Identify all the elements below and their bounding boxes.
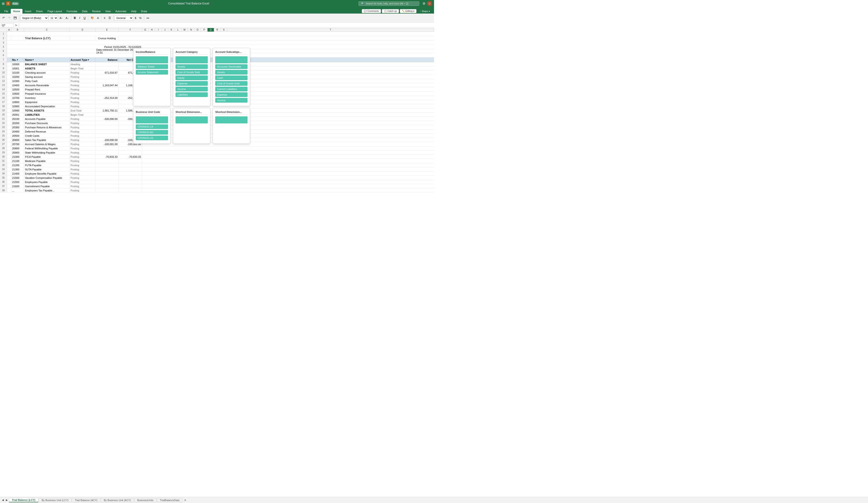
cell-a-23[interactable] xyxy=(7,125,11,129)
cell-b-20[interactable]: 20001 xyxy=(11,113,24,117)
cell-a-13[interactable] xyxy=(7,83,11,87)
cell-a-25[interactable] xyxy=(7,134,11,138)
cell-b-24[interactable]: 20400 xyxy=(11,130,24,133)
cell-d-10[interactable]: Posting xyxy=(70,71,95,74)
cell-f-31[interactable] xyxy=(119,159,142,163)
cell-e-15[interactable] xyxy=(95,92,119,95)
cogs-chip[interactable]: Cost of Goods Sold xyxy=(176,70,208,74)
col-header-p[interactable]: P xyxy=(201,28,208,32)
income-chip[interactable]: Income xyxy=(176,87,208,91)
cell-b-34[interactable]: 21400 xyxy=(11,172,24,176)
cell-b-17[interactable]: 10800 xyxy=(11,100,24,104)
bold-button[interactable]: B xyxy=(72,16,78,20)
cell-b-31[interactable]: 21100 xyxy=(11,159,24,163)
cell-e-24[interactable] xyxy=(95,130,119,133)
cell-e-21[interactable]: -330,000.00 xyxy=(95,117,119,121)
cell-f-30[interactable]: -70,833.33 xyxy=(119,155,142,159)
cell-a-21[interactable] xyxy=(7,117,11,121)
cell-c-22[interactable]: Purchase Discounts xyxy=(24,121,70,125)
cell-rest-29[interactable] xyxy=(142,151,434,154)
cell-e-34[interactable] xyxy=(95,172,119,176)
income-statement-chip[interactable]: Income Statement xyxy=(136,70,168,74)
cash-chip[interactable]: Cash xyxy=(215,75,248,80)
col-header-h[interactable]: H xyxy=(149,28,155,32)
cell-e-32[interactable] xyxy=(95,163,119,167)
cell-a-29[interactable] xyxy=(7,151,11,154)
cell-b-15[interactable]: 10600 xyxy=(11,92,24,95)
col-header-i[interactable]: I xyxy=(155,28,162,32)
cell-b-28[interactable]: 20800 xyxy=(11,146,24,150)
cell-rest-37[interactable] xyxy=(142,184,434,188)
font-shrink-button[interactable]: A↓ xyxy=(64,16,70,20)
sub-income-chip[interactable]: Income xyxy=(215,98,248,103)
cell-a5[interactable] xyxy=(7,49,11,53)
cronus-us-chip[interactable]: CRONUS-US xyxy=(136,135,168,140)
cell-d-32[interactable]: Posting xyxy=(70,163,95,167)
tab-share[interactable]: Share xyxy=(34,9,45,13)
cell-d-19[interactable]: End-Total xyxy=(70,109,95,112)
tab-insert[interactable]: Insert xyxy=(22,9,34,13)
col-header-a[interactable]: A xyxy=(7,28,11,32)
cell-b-26[interactable]: 20600 xyxy=(11,138,24,142)
cell-d-15[interactable]: Posting xyxy=(70,92,95,95)
font-color-button[interactable]: A xyxy=(96,16,100,20)
sub-assets-chip[interactable]: Assets xyxy=(215,70,248,74)
cell-rest-34[interactable] xyxy=(142,172,434,176)
cell-d-25[interactable]: Posting xyxy=(70,134,95,138)
cell-b-11[interactable]: 10200 xyxy=(11,75,24,79)
cell-b-36[interactable]: 21550 xyxy=(11,180,24,184)
cell-b-32[interactable]: 21200 xyxy=(11,163,24,167)
function-icon[interactable]: fx xyxy=(15,24,18,27)
font-family-selector[interactable]: Segoe UI (Body) xyxy=(20,16,48,21)
cell-e-20[interactable] xyxy=(95,113,119,117)
undo-button[interactable]: ↶ xyxy=(1,16,6,20)
cell-e-10[interactable]: 671,016.67 xyxy=(95,71,119,74)
sub-cogs-chip[interactable]: Cost of Goods Sold xyxy=(215,81,248,86)
autosave-toggle[interactable]: Auto xyxy=(12,2,19,5)
cell-c-24[interactable]: Deferred Revenue xyxy=(24,130,70,133)
cell-e-27[interactable]: -100,001.00 xyxy=(95,142,119,146)
col-header-q[interactable]: Q xyxy=(208,28,214,32)
assets-chip[interactable]: Assets xyxy=(176,64,208,69)
col-header-o[interactable]: O xyxy=(195,28,201,32)
cell-b-13[interactable]: 10400 xyxy=(11,83,24,87)
cell-e-9[interactable] xyxy=(95,66,119,70)
cell-c-25[interactable]: Credit Cards xyxy=(24,134,70,138)
col-header-r[interactable]: R xyxy=(214,28,221,32)
cell-e7[interactable]: Balance xyxy=(95,58,119,62)
current-liabilities-chip[interactable]: Current Liabilities xyxy=(215,87,248,91)
cell-c-26[interactable]: Sales Tax Payable xyxy=(24,138,70,142)
cell-c-30[interactable]: FICA Payable xyxy=(24,155,70,159)
cell-d-14[interactable]: Posting xyxy=(70,88,95,91)
cell-b-25[interactable]: 20500 xyxy=(11,134,24,138)
cell-a-33[interactable] xyxy=(7,167,11,171)
cell-d-26[interactable]: Posting xyxy=(70,138,95,142)
cell-b-27[interactable]: 20700 xyxy=(11,142,24,146)
cell-a-10[interactable] xyxy=(7,71,11,74)
cell-c-19[interactable]: TOTAL ASSETS xyxy=(24,109,70,112)
col-header-l[interactable]: L xyxy=(175,28,182,32)
cell-a-18[interactable] xyxy=(7,104,11,108)
cell-c-10[interactable]: Checking account xyxy=(24,71,70,74)
cell-d-9[interactable]: Begin-Total xyxy=(70,66,95,70)
tab-help[interactable]: Help xyxy=(129,9,139,13)
cell-d-13[interactable]: Posting xyxy=(70,83,95,87)
cell-b-22[interactable]: 20200 xyxy=(11,121,24,125)
cronus-mx-chip[interactable]: CRONUS-MX xyxy=(136,130,168,135)
tab-review[interactable]: Review xyxy=(90,9,103,13)
cell-b7[interactable]: No. ▾ xyxy=(11,58,24,62)
cell-a-37[interactable] xyxy=(7,184,11,188)
cell-a-24[interactable] xyxy=(7,130,11,133)
cell-c-13[interactable]: Accounts Receivable xyxy=(24,83,70,87)
col-header-j[interactable]: J xyxy=(162,28,168,32)
cell-a-28[interactable] xyxy=(7,146,11,150)
cell-c-9[interactable]: ASSETS xyxy=(24,66,70,70)
cell-a-30[interactable] xyxy=(7,155,11,159)
cell-d-35[interactable]: Posting xyxy=(70,176,95,180)
currency-button[interactable]: $ xyxy=(133,16,138,20)
cell-f-37[interactable] xyxy=(119,184,142,188)
cell-c-38[interactable]: Employees Tax Payable... xyxy=(24,188,70,192)
cell-rest-31[interactable] xyxy=(142,159,434,163)
cell-a-15[interactable] xyxy=(7,92,11,95)
cell-d7[interactable]: Account Type ▾ xyxy=(70,58,95,62)
